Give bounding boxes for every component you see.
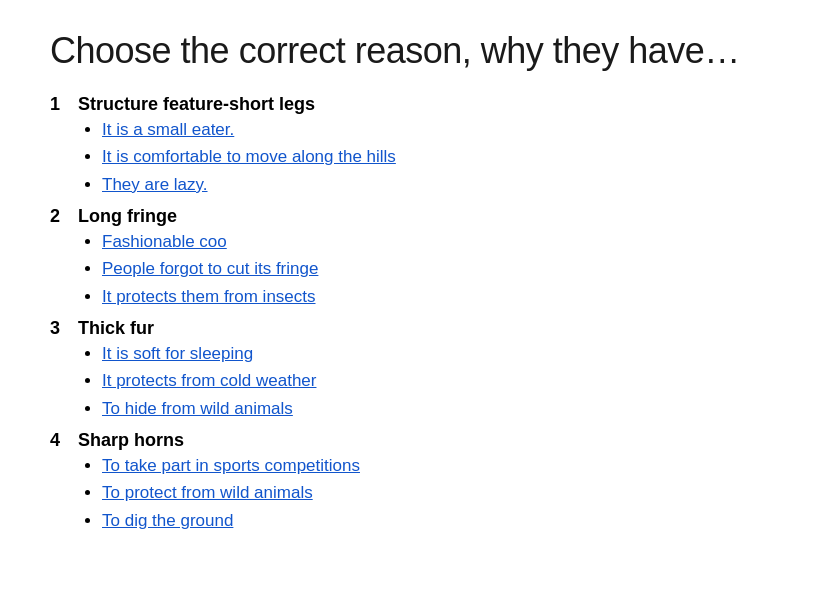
list-item: To protect from wild animals <box>102 480 766 506</box>
list-item-link-3-1[interactable]: It is soft for sleeping <box>102 344 253 363</box>
section-heading-4: 4Sharp horns <box>50 430 766 451</box>
section-number-1: 1 <box>50 94 70 115</box>
bullet-list-1: It is a small eater.It is comfortable to… <box>50 117 766 198</box>
section-2: 2Long fringeFashionable cooPeople forgot… <box>50 206 766 310</box>
list-item-link-2-3[interactable]: It protects them from insects <box>102 287 316 306</box>
list-item-link-4-2[interactable]: To protect from wild animals <box>102 483 313 502</box>
list-item-link-1-1[interactable]: It is a small eater. <box>102 120 234 139</box>
list-item: Fashionable coo <box>102 229 766 255</box>
section-label-4: Sharp horns <box>78 430 184 451</box>
section-heading-1: 1Structure feature-short legs <box>50 94 766 115</box>
list-item: It is a small eater. <box>102 117 766 143</box>
list-item-link-4-3[interactable]: To dig the ground <box>102 511 233 530</box>
list-item: It protects from cold weather <box>102 368 766 394</box>
section-label-1: Structure feature-short legs <box>78 94 315 115</box>
bullet-list-4: To take part in sports competitionsTo pr… <box>50 453 766 534</box>
sections-container: 1Structure feature-short legsIt is a sma… <box>50 94 766 534</box>
list-item: People forgot to cut its fringe <box>102 256 766 282</box>
bullet-list-2: Fashionable cooPeople forgot to cut its … <box>50 229 766 310</box>
list-item-link-1-2[interactable]: It is comfortable to move along the hill… <box>102 147 396 166</box>
section-label-3: Thick fur <box>78 318 154 339</box>
section-3: 3Thick furIt is soft for sleepingIt prot… <box>50 318 766 422</box>
list-item-link-2-1[interactable]: Fashionable coo <box>102 232 227 251</box>
list-item: It protects them from insects <box>102 284 766 310</box>
page-container: Choose the correct reason, why they have… <box>0 0 816 613</box>
list-item-link-3-3[interactable]: To hide from wild animals <box>102 399 293 418</box>
section-heading-3: 3Thick fur <box>50 318 766 339</box>
section-heading-2: 2Long fringe <box>50 206 766 227</box>
list-item: To hide from wild animals <box>102 396 766 422</box>
list-item: It is soft for sleeping <box>102 341 766 367</box>
list-item: To take part in sports competitions <box>102 453 766 479</box>
list-item-link-3-2[interactable]: It protects from cold weather <box>102 371 316 390</box>
section-number-2: 2 <box>50 206 70 227</box>
section-1: 1Structure feature-short legsIt is a sma… <box>50 94 766 198</box>
section-number-4: 4 <box>50 430 70 451</box>
list-item-link-1-3[interactable]: They are lazy. <box>102 175 208 194</box>
list-item-link-4-1[interactable]: To take part in sports competitions <box>102 456 360 475</box>
list-item: To dig the ground <box>102 508 766 534</box>
section-number-3: 3 <box>50 318 70 339</box>
page-title: Choose the correct reason, why they have… <box>50 30 766 72</box>
section-4: 4Sharp hornsTo take part in sports compe… <box>50 430 766 534</box>
list-item-link-2-2[interactable]: People forgot to cut its fringe <box>102 259 318 278</box>
section-label-2: Long fringe <box>78 206 177 227</box>
bullet-list-3: It is soft for sleepingIt protects from … <box>50 341 766 422</box>
list-item: They are lazy. <box>102 172 766 198</box>
list-item: It is comfortable to move along the hill… <box>102 144 766 170</box>
